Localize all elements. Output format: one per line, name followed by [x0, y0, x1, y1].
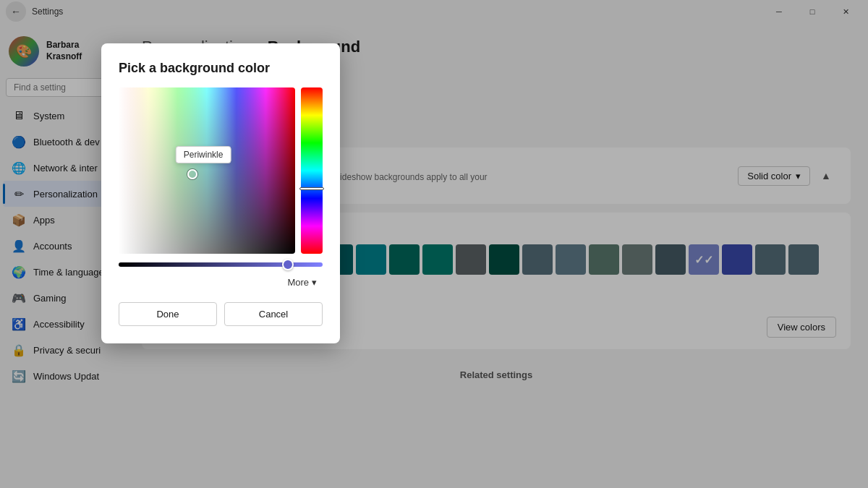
color-tooltip: Periwinkle — [176, 146, 231, 163]
hue-cursor — [299, 187, 324, 190]
more-row: More ▾ — [119, 274, 323, 291]
modal-actions: Done Cancel — [119, 302, 323, 326]
color-gradient[interactable]: Periwinkle — [119, 87, 295, 254]
cancel-button[interactable]: Cancel — [224, 302, 323, 326]
modal-overlay: Pick a background color Periwinkle More … — [0, 0, 868, 488]
more-button[interactable]: More ▾ — [281, 274, 323, 291]
slider-track[interactable] — [119, 262, 323, 267]
slider-thumb[interactable] — [282, 259, 294, 270]
opacity-slider-container — [119, 262, 323, 267]
modal-title: Pick a background color — [119, 61, 323, 76]
done-button[interactable]: Done — [119, 302, 217, 326]
more-chevron-icon: ▾ — [312, 277, 317, 288]
more-label: More — [287, 277, 309, 288]
color-picker-area: Periwinkle — [119, 87, 323, 254]
color-picker-modal: Pick a background color Periwinkle More … — [101, 43, 340, 343]
color-picker-cursor — [187, 169, 197, 179]
color-hue-bar[interactable] — [301, 87, 323, 254]
